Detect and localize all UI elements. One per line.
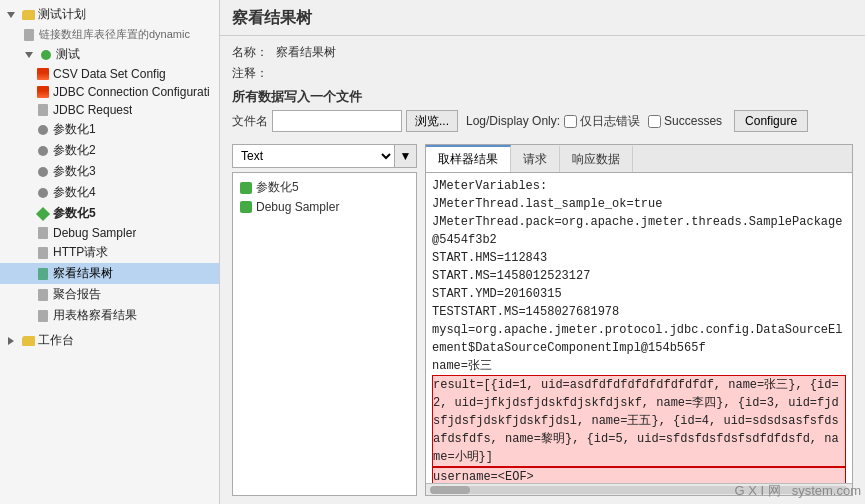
sidebar-item-plan[interactable]: 测试计划 xyxy=(0,4,219,25)
sidebar-item-result[interactable]: 察看结果树 xyxy=(0,263,219,284)
log-options: Log/Display Only: 仅日志错误 Successes Config… xyxy=(466,110,808,132)
result-panel: 取样器结果 请求 响应数据 JMeterVariables: JMeterThr… xyxy=(425,144,853,496)
log-error-label: 仅日志错误 xyxy=(580,113,640,130)
sidebar-item-label: CSV Data Set Config xyxy=(53,67,166,81)
sidebar-item-test[interactable]: 测试 xyxy=(0,44,219,65)
result-icon xyxy=(36,267,50,281)
sidebar-item-workbench[interactable]: 工作台 xyxy=(0,330,219,351)
expand-icon xyxy=(22,48,36,62)
folder-icon xyxy=(22,28,36,42)
watermark: G X I 网 system.com xyxy=(735,482,861,500)
name-value: 察看结果树 xyxy=(276,44,336,61)
sidebar-item-label: 用表格察看结果 xyxy=(53,307,137,324)
expand-icon xyxy=(4,8,18,22)
folder-icon xyxy=(21,334,35,348)
sidebar-item-label: HTTP请求 xyxy=(53,244,108,261)
plan-icon xyxy=(21,8,35,22)
content-area: Text XML JSON HTML Regexp Tester ▼ 参数化5 xyxy=(220,144,865,504)
mini-tree-item-param5[interactable]: 参数化5 xyxy=(237,177,412,198)
sidebar-item-debug[interactable]: Debug Sampler xyxy=(0,224,219,242)
sidebar-item-dynamic[interactable]: 链接数组库表径库置的dynamic xyxy=(0,25,219,44)
tab-request[interactable]: 请求 xyxy=(511,145,560,172)
name-label: 名称： xyxy=(232,44,272,61)
sidebar-item-label: 参数化5 xyxy=(53,205,96,222)
tree-panel: Text XML JSON HTML Regexp Tester ▼ 参数化5 xyxy=(232,144,417,496)
result-line-1: JMeterVariables: xyxy=(432,179,547,193)
sidebar-item-label: 参数化2 xyxy=(53,142,96,159)
debug-icon xyxy=(36,226,50,240)
sidebar-item-label: 链接数组库表径库置的dynamic xyxy=(39,27,190,42)
workbench-icon xyxy=(4,334,18,348)
result-content[interactable]: JMeterVariables: JMeterThread.last_sampl… xyxy=(426,173,852,483)
sidebar-item-label: JDBC Request xyxy=(53,103,132,117)
request-icon xyxy=(36,103,50,117)
result-line-7: TESTSTART.MS=1458027681978 xyxy=(432,305,619,319)
dropdown-bar: Text XML JSON HTML Regexp Tester ▼ xyxy=(232,144,417,168)
sidebar-item-csv[interactable]: CSV Data Set Config xyxy=(0,65,219,83)
form-area: 名称： 察看结果树 注释： 所有数据写入一个文件 文件名 浏览... Log/D… xyxy=(220,36,865,144)
successes-checkbox[interactable] xyxy=(648,115,661,128)
result-line-10-highlighted: result=[{id=1, uid=asdfdfdfdfdfdfdfdfdf,… xyxy=(432,375,846,467)
param-icon xyxy=(36,207,50,221)
sidebar-item-param2[interactable]: 参数化2 xyxy=(0,140,219,161)
right-panel: 察看结果树 名称： 察看结果树 注释： 所有数据写入一个文件 文件名 浏览...… xyxy=(220,0,865,504)
sidebar-item-label: 工作台 xyxy=(38,332,74,349)
sidebar-item-label: 参数化4 xyxy=(53,184,96,201)
browse-button[interactable]: 浏览... xyxy=(406,110,458,132)
sidebar-item-http[interactable]: HTTP请求 xyxy=(0,242,219,263)
result-line-2: JMeterThread.last_sample_ok=true xyxy=(432,197,662,211)
comment-label: 注释： xyxy=(232,65,272,82)
report-icon xyxy=(36,288,50,302)
sidebar-item-param1[interactable]: 参数化1 xyxy=(0,119,219,140)
mini-tree-item-debug[interactable]: Debug Sampler xyxy=(237,198,412,216)
mini-green-icon xyxy=(239,181,253,195)
dropdown-arrow-icon[interactable]: ▼ xyxy=(395,144,417,168)
result-line-5: START.MS=1458012523127 xyxy=(432,269,590,283)
sidebar-item-label: Debug Sampler xyxy=(53,226,136,240)
display-type-select[interactable]: Text XML JSON HTML Regexp Tester xyxy=(232,144,395,168)
jdbc-icon xyxy=(36,85,50,99)
sidebar-item-table[interactable]: 用表格察看结果 xyxy=(0,305,219,326)
sidebar-item-label: 测试 xyxy=(56,46,80,63)
result-line-3: JMeterThread.pack=org.apache.jmeter.thre… xyxy=(432,215,842,247)
sidebar-item-param4[interactable]: 参数化4 xyxy=(0,182,219,203)
file-label: 文件名 xyxy=(232,113,268,130)
mini-tree: 参数化5 Debug Sampler xyxy=(232,172,417,496)
sidebar-item-param3[interactable]: 参数化3 xyxy=(0,161,219,182)
tab-sample-result[interactable]: 取样器结果 xyxy=(426,145,511,172)
result-line-4: START.HMS=112843 xyxy=(432,251,547,265)
http-icon xyxy=(36,246,50,260)
panel-title: 察看结果树 xyxy=(220,0,865,36)
param-icon xyxy=(36,123,50,137)
result-line-9: name=张三 xyxy=(432,359,492,373)
sidebar-item-label: JDBC Connection Configurati xyxy=(53,85,210,99)
result-line-8: mysql=org.apache.jmeter.protocol.jdbc.co… xyxy=(432,323,842,355)
scrollbar-thumb[interactable] xyxy=(430,486,470,494)
sidebar-item-report[interactable]: 聚合报告 xyxy=(0,284,219,305)
tab-response[interactable]: 响应数据 xyxy=(560,145,633,172)
mini-tree-label: 参数化5 xyxy=(256,179,299,196)
section-title: 所有数据写入一个文件 xyxy=(232,88,853,106)
log-error-checkbox[interactable] xyxy=(564,115,577,128)
sidebar-item-label: 参数化1 xyxy=(53,121,96,138)
table-icon xyxy=(36,309,50,323)
file-input[interactable] xyxy=(272,110,402,132)
sidebar-item-param5[interactable]: 参数化5 xyxy=(0,203,219,224)
sidebar-item-jdbc-config[interactable]: JDBC Connection Configurati xyxy=(0,83,219,101)
result-line-11-highlighted: username=<EOF> xyxy=(432,467,846,483)
sidebar-item-label: 测试计划 xyxy=(38,6,86,23)
sidebar-item-jdbc-request[interactable]: JDBC Request xyxy=(0,101,219,119)
configure-button[interactable]: Configure xyxy=(734,110,808,132)
sidebar-item-label: 参数化3 xyxy=(53,163,96,180)
test-icon xyxy=(39,48,53,62)
param-icon xyxy=(36,165,50,179)
mini-tree-label: Debug Sampler xyxy=(256,200,339,214)
successes-option[interactable]: Successes xyxy=(648,114,722,128)
param-icon xyxy=(36,144,50,158)
successes-label: Successes xyxy=(664,114,722,128)
mini-green-icon xyxy=(239,200,253,214)
sidebar: 测试计划 链接数组库表径库置的dynamic 测试 CSV Data Set C… xyxy=(0,0,220,504)
result-line-6: START.YMD=20160315 xyxy=(432,287,562,301)
log-error-option[interactable]: 仅日志错误 xyxy=(564,113,640,130)
sidebar-item-label: 聚合报告 xyxy=(53,286,101,303)
